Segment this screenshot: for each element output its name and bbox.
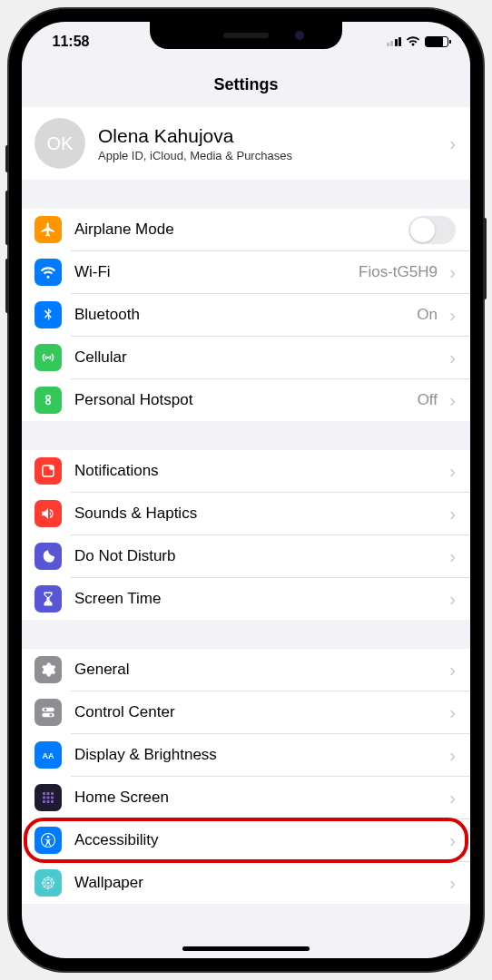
chevron-right-icon: › — [445, 830, 456, 851]
chevron-right-icon: › — [445, 745, 456, 766]
hotspot-row[interactable]: Personal Hotspot Off › — [22, 379, 470, 421]
svg-rect-4 — [42, 713, 54, 718]
chevron-right-icon: › — [445, 702, 456, 723]
row-label: Airplane Mode — [74, 220, 408, 239]
chevron-right-icon: › — [445, 348, 456, 368]
svg-point-17 — [47, 836, 50, 838]
chevron-right-icon: › — [445, 305, 456, 326]
volume-down-button — [5, 259, 9, 313]
notch — [150, 22, 342, 49]
chevron-right-icon: › — [445, 660, 456, 681]
control-center-icon — [34, 699, 62, 726]
notifications-row[interactable]: Notifications › — [22, 450, 470, 492]
moon-icon — [34, 543, 62, 570]
volume-up-button — [5, 191, 9, 245]
row-label: Control Center — [74, 703, 445, 721]
svg-rect-9 — [51, 792, 54, 795]
chevron-right-icon: › — [445, 133, 456, 154]
chevron-right-icon: › — [445, 546, 456, 567]
control-center-row[interactable]: Control Center › — [22, 691, 470, 733]
airplane-icon — [34, 216, 62, 243]
bluetooth-row[interactable]: Bluetooth On › — [22, 294, 470, 336]
row-label: Home Screen — [74, 789, 445, 807]
svg-rect-10 — [43, 797, 45, 799]
chevron-right-icon: › — [445, 504, 456, 524]
row-value: On — [417, 306, 438, 324]
row-label: Screen Time — [74, 590, 445, 608]
chevron-right-icon: › — [445, 873, 456, 894]
home-indicator[interactable] — [182, 946, 310, 951]
apple-id-row[interactable]: OK Olena Kahujova Apple ID, iCloud, Medi… — [22, 107, 470, 180]
hotspot-icon — [34, 387, 62, 414]
chevron-right-icon: › — [445, 589, 456, 610]
general-section: General › Control Center › AA Display — [22, 649, 470, 904]
row-label: Wallpaper — [74, 874, 445, 892]
svg-rect-8 — [47, 792, 50, 795]
airplane-mode-row[interactable]: Airplane Mode — [22, 209, 470, 250]
accessibility-icon — [34, 827, 62, 854]
row-label: Personal Hotspot — [74, 391, 418, 409]
chevron-right-icon: › — [445, 262, 456, 283]
row-value: Fios-tG5H9 — [359, 263, 438, 281]
display-row[interactable]: AA Display & Brightness › — [22, 734, 470, 776]
accessibility-row[interactable]: Accessibility › — [22, 819, 470, 861]
cellular-row[interactable]: Cellular › — [22, 337, 470, 378]
hourglass-icon — [34, 585, 62, 612]
svg-rect-14 — [47, 800, 50, 803]
svg-rect-15 — [51, 800, 54, 803]
connectivity-section: Airplane Mode Wi-Fi Fios-tG5H9 › — [22, 209, 470, 421]
svg-point-5 — [50, 714, 53, 717]
notifications-section: Notifications › Sounds & Haptics › D — [22, 450, 470, 620]
row-label: Cellular — [74, 348, 445, 367]
screen: 11:58 Settings OK — [22, 22, 470, 958]
row-label: Accessibility — [74, 831, 445, 849]
row-label: Wi-Fi — [74, 263, 359, 281]
svg-rect-7 — [43, 792, 45, 795]
svg-text:AA: AA — [43, 751, 54, 760]
profile-subtitle: Apple ID, iCloud, Media & Purchases — [98, 149, 445, 162]
profile-section: OK Olena Kahujova Apple ID, iCloud, Medi… — [22, 107, 470, 180]
row-label: Notifications — [74, 462, 445, 480]
phone-frame: 11:58 Settings OK — [9, 9, 483, 971]
chevron-right-icon: › — [445, 461, 456, 482]
chevron-right-icon: › — [445, 788, 456, 808]
silence-switch — [5, 145, 9, 172]
notifications-icon — [34, 457, 62, 485]
cellular-icon — [34, 344, 62, 371]
settings-content: OK Olena Kahujova Apple ID, iCloud, Medi… — [22, 107, 470, 904]
svg-point-20 — [47, 882, 50, 885]
home-screen-row[interactable]: Home Screen › — [22, 777, 470, 818]
avatar: OK — [34, 118, 85, 169]
screen-time-row[interactable]: Screen Time › — [22, 578, 470, 620]
page-title: Settings — [22, 62, 470, 107]
wifi-status-icon — [406, 36, 420, 47]
sounds-icon — [34, 500, 62, 527]
svg-rect-12 — [51, 797, 54, 799]
row-label: Sounds & Haptics — [74, 505, 445, 523]
airplane-mode-toggle[interactable] — [408, 216, 456, 244]
general-row[interactable]: General › — [22, 649, 470, 691]
row-value: Off — [418, 391, 438, 409]
battery-icon — [425, 36, 448, 47]
cellular-signal-icon — [387, 37, 402, 46]
home-screen-icon — [34, 784, 62, 811]
row-label: General — [74, 661, 445, 679]
bluetooth-icon — [34, 301, 62, 328]
svg-rect-2 — [42, 708, 54, 712]
wallpaper-icon — [34, 869, 62, 897]
wifi-icon — [34, 259, 62, 286]
row-label: Bluetooth — [74, 306, 417, 324]
row-label: Do Not Disturb — [74, 547, 445, 565]
svg-point-1 — [49, 466, 54, 470]
svg-point-3 — [44, 709, 47, 711]
chevron-right-icon: › — [445, 390, 456, 411]
wallpaper-row[interactable]: Wallpaper › — [22, 862, 470, 904]
svg-rect-11 — [47, 797, 50, 799]
display-icon: AA — [34, 741, 62, 769]
svg-rect-13 — [43, 800, 45, 803]
power-button — [483, 218, 487, 299]
row-label: Display & Brightness — [74, 746, 445, 764]
dnd-row[interactable]: Do Not Disturb › — [22, 535, 470, 577]
wifi-row[interactable]: Wi-Fi Fios-tG5H9 › — [22, 251, 470, 293]
sounds-row[interactable]: Sounds & Haptics › — [22, 493, 470, 534]
